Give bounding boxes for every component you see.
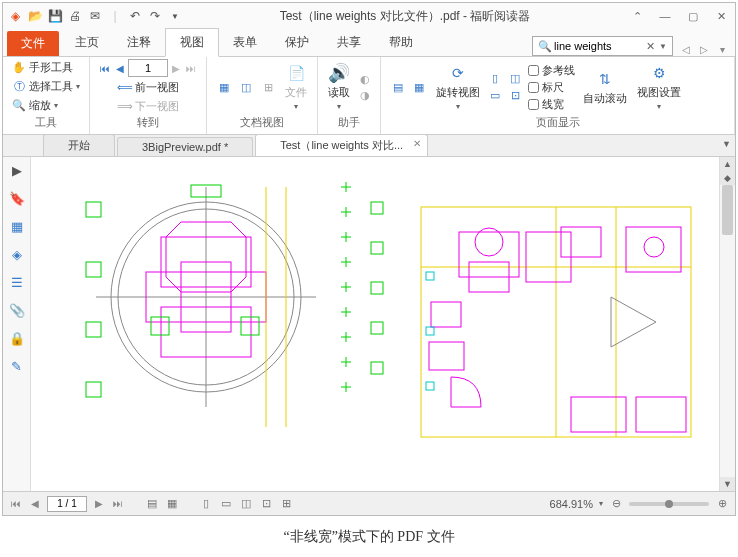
viewsettings-icon: ⚙: [649, 63, 669, 83]
qat-dropdown-icon[interactable]: ▼: [167, 8, 183, 24]
sb-view3-icon[interactable]: ◫: [239, 497, 253, 511]
sb-view4-icon[interactable]: ⊡: [259, 497, 273, 511]
attachments-icon[interactable]: 📎: [8, 301, 26, 319]
svg-rect-58: [426, 382, 434, 390]
last-page-icon[interactable]: ⏭: [184, 63, 198, 74]
guide-checkbox[interactable]: 参考线: [528, 63, 575, 78]
file-button[interactable]: 📄 文件▾: [283, 61, 309, 113]
comments-icon[interactable]: ☰: [8, 273, 26, 291]
zoom-tool-button[interactable]: 🔍缩放 ▾: [11, 97, 59, 114]
lineweight-checkbox[interactable]: 线宽: [528, 97, 575, 112]
docview-icon2[interactable]: ◫: [237, 78, 255, 96]
close-icon[interactable]: ✕: [711, 8, 731, 24]
select-tool-button[interactable]: Ⓣ选择工具 ▾: [11, 78, 81, 95]
pages-icon[interactable]: ▦: [8, 217, 26, 235]
read-button[interactable]: 🔊 读取▾: [326, 61, 352, 113]
scroll-thumb[interactable]: [722, 185, 733, 235]
security-icon[interactable]: 🔒: [8, 329, 26, 347]
sb-view5-icon[interactable]: ⊞: [279, 497, 293, 511]
signatures-icon[interactable]: ✎: [8, 357, 26, 375]
hand-tool-button[interactable]: ✋手形工具: [11, 59, 74, 76]
fit-icon1[interactable]: ▯: [488, 72, 502, 86]
nav-next-icon[interactable]: ▷: [697, 42, 711, 56]
prev-page-icon[interactable]: ◀: [114, 63, 126, 74]
svg-rect-14: [151, 317, 169, 335]
tab-home[interactable]: 主页: [61, 29, 113, 56]
fit-icon4[interactable]: ⊡: [508, 89, 522, 103]
maximize-icon[interactable]: ▢: [683, 8, 703, 24]
zoom-slider[interactable]: [629, 502, 709, 506]
tab-help[interactable]: 帮助: [375, 29, 427, 56]
page-layout-icon2[interactable]: ▦: [410, 78, 428, 96]
vertical-scrollbar[interactable]: ▲ ◆ ▼: [719, 157, 735, 491]
scroll-down-icon[interactable]: ▼: [720, 477, 735, 491]
search-dropdown-icon[interactable]: ▼: [657, 42, 669, 51]
tab-view[interactable]: 视图: [165, 28, 219, 57]
sb-page-input[interactable]: [47, 496, 87, 512]
next-page-icon[interactable]: ▶: [170, 63, 182, 74]
viewsettings-button[interactable]: ⚙ 视图设置▾: [635, 61, 683, 113]
search-box[interactable]: 🔍 ✕ ▼: [532, 36, 673, 56]
document-canvas[interactable]: [31, 157, 719, 491]
docview-icon1[interactable]: ▦: [215, 78, 233, 96]
file-tab[interactable]: 文件: [7, 31, 59, 56]
expand-panel-icon[interactable]: ▶: [8, 161, 26, 179]
print-icon[interactable]: 🖨: [67, 8, 83, 24]
svg-rect-12: [86, 382, 101, 397]
zoom-in-icon[interactable]: ⊕: [715, 497, 729, 511]
tab-form[interactable]: 表单: [219, 29, 271, 56]
nav-prev-icon[interactable]: ◁: [679, 42, 693, 56]
doctab-test[interactable]: Test（line weights 对比...✕: [255, 134, 428, 156]
search-input[interactable]: [554, 40, 644, 52]
sb-layout1-icon[interactable]: ▤: [145, 497, 159, 511]
ruler-checkbox[interactable]: 标尺: [528, 80, 575, 95]
tab-comment[interactable]: 注释: [113, 29, 165, 56]
sb-last-icon[interactable]: ⏭: [111, 498, 125, 509]
zoom-knob[interactable]: [665, 500, 673, 508]
redo-icon[interactable]: ↷: [147, 8, 163, 24]
sb-prev-icon[interactable]: ◀: [29, 498, 41, 509]
assist-icon2[interactable]: ◑: [358, 88, 372, 102]
svg-rect-10: [86, 262, 101, 277]
doctab-preview[interactable]: 3BigPreview.pdf *: [117, 137, 253, 156]
zoom-dropdown-icon[interactable]: ▾: [599, 499, 603, 508]
close-tab-icon[interactable]: ✕: [413, 138, 421, 149]
scroll-marker-icon[interactable]: ◆: [720, 171, 735, 185]
sb-layout2-icon[interactable]: ▦: [165, 497, 179, 511]
assist-icon1[interactable]: ◐: [358, 72, 372, 86]
sb-view2-icon[interactable]: ▭: [219, 497, 233, 511]
scroll-up-icon[interactable]: ▲: [720, 157, 735, 171]
save-icon[interactable]: 💾: [47, 8, 63, 24]
fit-icon3[interactable]: ◫: [508, 72, 522, 86]
scroll-track[interactable]: [720, 185, 735, 477]
tab-protect[interactable]: 保护: [271, 29, 323, 56]
nav-menu-icon[interactable]: ▾: [715, 42, 729, 56]
minimize-icon[interactable]: —: [655, 8, 675, 24]
ribbon-collapse-icon[interactable]: ⌃: [627, 8, 647, 24]
open-icon[interactable]: 📂: [27, 8, 43, 24]
email-icon[interactable]: ✉: [87, 8, 103, 24]
sb-next-icon[interactable]: ▶: [93, 498, 105, 509]
navigation-panel: ▶ 🔖 ▦ ◈ ☰ 📎 🔒 ✎: [3, 157, 31, 491]
doctab-start[interactable]: 开始: [43, 134, 115, 156]
tab-list-dropdown-icon[interactable]: ▼: [722, 139, 731, 149]
prev-view-button[interactable]: ⟸前一视图: [117, 79, 180, 96]
autoscroll-button[interactable]: ⇅ 自动滚动: [581, 67, 629, 108]
tab-share[interactable]: 共享: [323, 29, 375, 56]
app-icon[interactable]: ◈: [7, 8, 23, 24]
sb-first-icon[interactable]: ⏮: [9, 498, 23, 509]
page-input[interactable]: [128, 59, 168, 77]
sb-view1-icon[interactable]: ▯: [199, 497, 213, 511]
layers-icon[interactable]: ◈: [8, 245, 26, 263]
bookmarks-icon[interactable]: 🔖: [8, 189, 26, 207]
docview-icon3[interactable]: ⊞: [259, 78, 277, 96]
next-view-button[interactable]: ⟹下一视图: [117, 98, 180, 115]
zoom-out-icon[interactable]: ⊖: [609, 497, 623, 511]
undo-icon[interactable]: ↶: [127, 8, 143, 24]
rotate-view-button[interactable]: ⟳ 旋转视图▾: [434, 61, 482, 113]
page-layout-icon1[interactable]: ▤: [389, 78, 407, 96]
first-page-icon[interactable]: ⏮: [98, 63, 112, 74]
search-clear-icon[interactable]: ✕: [644, 40, 657, 53]
fit-icon2[interactable]: ▭: [488, 89, 502, 103]
svg-rect-51: [571, 397, 626, 432]
